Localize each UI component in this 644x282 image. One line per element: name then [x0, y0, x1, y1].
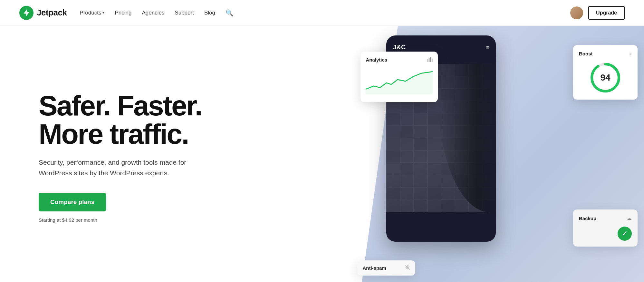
hero-subtext: Security, performance, and growth tools … — [39, 157, 206, 178]
svg-rect-2 — [430, 57, 431, 62]
boost-title: Boost — [579, 51, 593, 56]
boost-score-container: 94 — [579, 62, 632, 94]
svg-rect-3 — [432, 59, 433, 62]
ui-cards: Analytics — [354, 26, 644, 282]
nav-products[interactable]: Products ▾ — [80, 10, 104, 16]
check-circle-icon: ✓ — [618, 227, 632, 241]
boost-card-header: Boost » — [579, 51, 632, 56]
logo-text: Jetpack — [37, 8, 67, 18]
search-icon[interactable]: 🔍 — [226, 9, 234, 17]
cloud-icon: ☁ — [627, 215, 632, 221]
hero-left: Safer. Faster. More traffic. Security, p… — [0, 26, 354, 282]
bolt-icon — [22, 9, 31, 17]
boost-chevron-icon: » — [630, 51, 632, 56]
compare-plans-button[interactable]: Compare plans — [39, 193, 106, 211]
antispam-card: Anti-spam — [357, 260, 415, 276]
upgrade-button[interactable]: Upgrade — [588, 6, 625, 20]
user-avatar[interactable] — [570, 6, 583, 19]
antispam-header: Anti-spam — [362, 265, 410, 271]
nav-pricing[interactable]: Pricing — [115, 10, 131, 16]
nav-right: Upgrade — [570, 6, 625, 20]
hero-section: Safer. Faster. More traffic. Security, p… — [0, 26, 644, 282]
boost-card: Boost » 94 — [573, 45, 638, 100]
nav-links: Products ▾ Pricing Agencies Support Blog… — [80, 9, 570, 17]
chevron-down-icon: ▾ — [102, 11, 104, 15]
analytics-title: Analytics — [366, 57, 387, 63]
nav-agencies[interactable]: Agencies — [142, 10, 164, 16]
svg-rect-0 — [427, 59, 428, 62]
antispam-title: Anti-spam — [362, 265, 386, 271]
navbar: Jetpack Products ▾ Pricing Agencies Supp… — [0, 0, 644, 26]
nav-support[interactable]: Support — [175, 10, 194, 16]
backup-title: Backup — [579, 216, 596, 221]
jetpack-logo-icon — [19, 6, 34, 20]
chart-bar-icon — [427, 57, 433, 63]
backup-check: ✓ — [579, 227, 632, 241]
hero-heading: Safer. Faster. More traffic. — [39, 92, 354, 148]
analytics-chart — [366, 67, 433, 96]
mute-icon — [405, 265, 410, 271]
analytics-card: Analytics — [360, 52, 438, 102]
nav-blog[interactable]: Blog — [204, 10, 215, 16]
boost-score: 94 — [600, 73, 610, 83]
logo[interactable]: Jetpack — [19, 6, 67, 20]
price-note: Starting at $4.92 per month — [39, 217, 354, 223]
hero-right: J&CArchitects ≡ Analytics — [354, 26, 644, 282]
analytics-card-header: Analytics — [366, 57, 433, 63]
svg-rect-1 — [428, 58, 430, 62]
backup-card-header: Backup ☁ — [579, 215, 632, 221]
backup-card: Backup ☁ ✓ — [573, 209, 638, 247]
boost-circle: 94 — [589, 62, 621, 94]
